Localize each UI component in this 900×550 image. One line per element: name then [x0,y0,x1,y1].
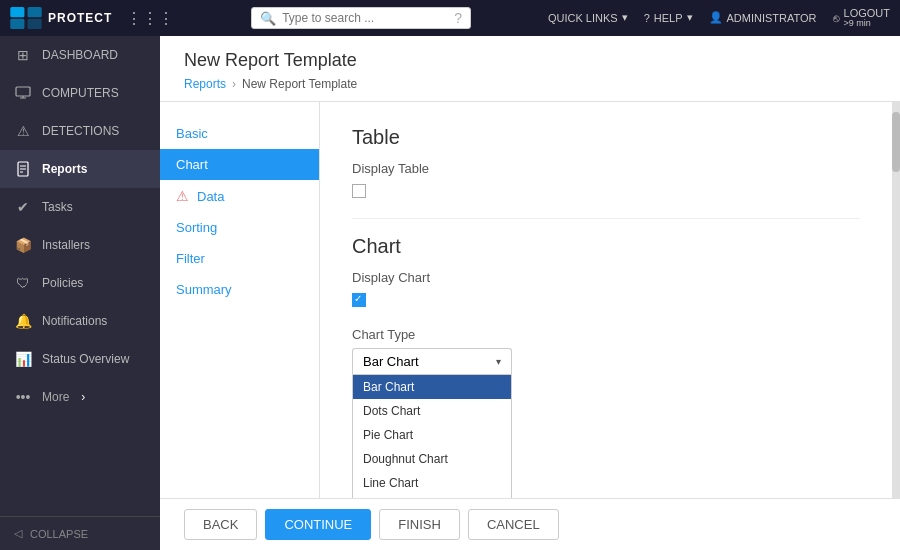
grid-icon[interactable]: ⋮⋮⋮ [126,9,174,28]
collapse-icon: ◁ [14,527,22,540]
chart-type-select[interactable]: Bar Chart ▾ Bar Chart Dots Chart Pie Cha… [352,348,512,498]
search-area: 🔍 ? [184,7,538,29]
breadcrumb-separator: › [232,77,236,91]
step-basic-label: Basic [176,126,208,141]
cancel-button[interactable]: CANCEL [468,509,559,540]
steps-nav: Basic Chart ⚠ Data Sorting Filter Summar… [160,102,320,498]
svg-rect-3 [28,19,42,29]
option-line-chart[interactable]: Line Chart [353,471,511,495]
computers-icon [14,84,32,102]
page-header: New Report Template Reports › New Report… [160,36,900,102]
policies-icon: 🛡 [14,274,32,292]
admin-icon: 👤 [709,11,723,24]
app-logo-text: PROTECT [48,11,112,25]
quick-links-label: QUICK LINKS [548,12,618,24]
logout-sub: >9 min [844,19,890,29]
display-chart-checkbox[interactable] [352,293,366,307]
chart-type-dropdown: Bar Chart Dots Chart Pie Chart Doughnut … [352,374,512,498]
sidebar-item-reports[interactable]: Reports [0,150,160,188]
sidebar-item-notifications[interactable]: 🔔 Notifications [0,302,160,340]
search-help-icon: ? [454,10,462,26]
step-data-label: Data [197,189,224,204]
quick-links[interactable]: QUICK LINKS ▾ [548,11,628,24]
collapse-button[interactable]: ◁ COLLAPSE [0,517,160,550]
step-basic[interactable]: Basic [160,118,319,149]
svg-rect-1 [28,7,42,17]
detections-icon: ⚠ [14,122,32,140]
help-menu[interactable]: ? HELP ▾ [644,11,693,24]
search-box[interactable]: 🔍 ? [251,7,471,29]
chart-type-label: Chart Type [352,327,860,342]
breadcrumb: Reports › New Report Template [184,77,876,101]
reports-icon [14,160,32,178]
svg-rect-4 [16,87,30,96]
chart-type-arrow-icon: ▾ [496,356,501,367]
tasks-icon: ✔ [14,198,32,216]
sidebar-item-tasks[interactable]: ✔ Tasks [0,188,160,226]
step-summary-label: Summary [176,282,232,297]
step-chart-label: Chart [176,157,208,172]
admin-label: ADMINISTRATOR [727,12,817,24]
more-icon: ••• [14,388,32,406]
chart-type-selected-value: Bar Chart [363,354,419,369]
collapse-label: COLLAPSE [30,528,88,540]
sidebar-item-policies[interactable]: 🛡 Policies [0,264,160,302]
display-chart-label: Display Chart [352,270,860,285]
content-area: New Report Template Reports › New Report… [160,36,900,550]
sidebar-item-dashboard[interactable]: ⊞ DASHBOARD [0,36,160,74]
quick-links-arrow: ▾ [622,11,628,24]
option-simple-line-chart[interactable]: Simple Line Chart [353,495,511,498]
help-label: HELP [654,12,683,24]
breadcrumb-current: New Report Template [242,77,357,91]
logout-button[interactable]: ⎋ LOGOUT >9 min [833,7,890,29]
sidebar-item-detections[interactable]: ⚠ DETECTIONS [0,112,160,150]
status-overview-icon: 📊 [14,350,32,368]
sidebar: ⊞ DASHBOARD COMPUTERS ⚠ DETECTIONS Repor… [0,36,160,550]
scrollbar-track[interactable] [892,102,900,498]
sidebar-item-installers[interactable]: 📦 Installers [0,226,160,264]
sidebar-item-computers[interactable]: COMPUTERS [0,74,160,112]
svg-rect-2 [10,19,24,29]
back-button[interactable]: BACK [184,509,257,540]
help-arrow: ▾ [687,11,693,24]
option-dots-chart[interactable]: Dots Chart [353,399,511,423]
step-chart[interactable]: Chart [160,149,319,180]
two-col-layout: Basic Chart ⚠ Data Sorting Filter Summar… [160,102,900,498]
logout-icon: ⎋ [833,12,840,24]
dashboard-icon: ⊞ [14,46,32,64]
section-divider [352,218,860,219]
main-layout: ⊞ DASHBOARD COMPUTERS ⚠ DETECTIONS Repor… [0,36,900,550]
scrollbar-thumb[interactable] [892,112,900,172]
admin-menu[interactable]: 👤 ADMINISTRATOR [709,11,817,24]
option-bar-chart[interactable]: Bar Chart [353,375,511,399]
sidebar-item-more[interactable]: ••• More › [0,378,160,416]
display-table-checkbox[interactable] [352,184,366,198]
table-section-title: Table [352,126,860,149]
display-chart-checkbox-wrap [352,293,860,307]
step-data[interactable]: ⚠ Data [160,180,319,212]
notifications-icon: 🔔 [14,312,32,330]
continue-button[interactable]: CONTINUE [265,509,371,540]
step-sorting[interactable]: Sorting [160,212,319,243]
help-icon: ? [644,12,650,24]
display-table-label: Display Table [352,161,860,176]
svg-rect-0 [10,7,24,17]
topbar-right: QUICK LINKS ▾ ? HELP ▾ 👤 ADMINISTRATOR ⎋… [548,7,890,29]
display-table-checkbox-wrap [352,184,860,198]
option-doughnut-chart[interactable]: Doughnut Chart [353,447,511,471]
step-filter-label: Filter [176,251,205,266]
chart-section-title: Chart [352,235,860,258]
chart-type-select-display[interactable]: Bar Chart ▾ [352,348,512,374]
finish-button[interactable]: FINISH [379,509,460,540]
option-pie-chart[interactable]: Pie Chart [353,423,511,447]
more-arrow-icon: › [81,390,85,404]
app-logo: PROTECT [10,7,112,29]
sidebar-item-status-overview[interactable]: 📊 Status Overview [0,340,160,378]
installers-icon: 📦 [14,236,32,254]
step-filter[interactable]: Filter [160,243,319,274]
search-input[interactable] [282,11,448,25]
search-icon: 🔍 [260,11,276,26]
breadcrumb-root[interactable]: Reports [184,77,226,91]
step-summary[interactable]: Summary [160,274,319,305]
topbar: PROTECT ⋮⋮⋮ 🔍 ? QUICK LINKS ▾ ? HELP ▾ 👤… [0,0,900,36]
